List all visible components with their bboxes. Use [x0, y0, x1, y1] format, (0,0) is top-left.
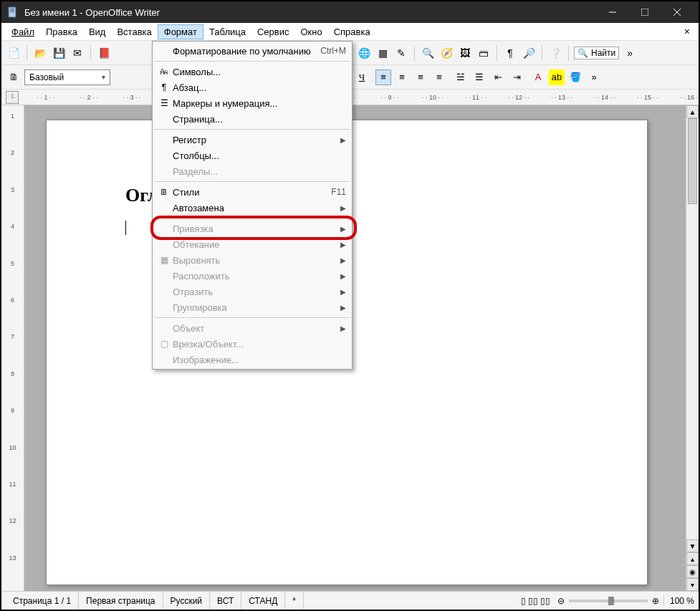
menu-divider	[154, 61, 350, 62]
menu-file[interactable]: Файл	[6, 25, 40, 39]
submenu-arrow-icon: ▶	[340, 204, 346, 212]
mi-bullets[interactable]: ☰ Маркеры и нумерация...	[153, 95, 352, 111]
mi-object: Объект ▶	[153, 320, 352, 336]
mi-page[interactable]: Страница...	[153, 111, 352, 127]
draw-button[interactable]: ✎	[393, 45, 409, 61]
datasources-button[interactable]: 🗃	[476, 45, 492, 61]
mi-frame: ▢ Врезка/Объект...	[153, 336, 352, 352]
decrease-indent-button[interactable]: ⇤	[490, 69, 506, 85]
book-view-icon[interactable]: ▯▯	[540, 596, 550, 606]
zoom-in-button[interactable]: ⊕	[652, 596, 659, 606]
gallery-button[interactable]: 🖼	[457, 45, 473, 61]
mi-columns[interactable]: Столбцы...	[153, 148, 352, 163]
mi-align: ▦ Выровнять ▶	[153, 252, 352, 268]
font-color-button[interactable]: A	[530, 69, 546, 85]
help-button[interactable]: ❔	[547, 45, 563, 61]
styles-window-button[interactable]: 🗎	[6, 69, 21, 85]
text-cursor	[125, 221, 126, 235]
align-justify-button[interactable]: ≡	[431, 69, 447, 85]
save-button[interactable]: 💾	[51, 45, 67, 61]
status-selection-mode[interactable]: СТАНД	[241, 592, 285, 610]
mi-symbols[interactable]: 🗛 Символы...	[153, 64, 352, 80]
svg-rect-3	[10, 11, 14, 12]
nonprinting-button[interactable]: ¶	[502, 45, 518, 61]
bgcolor-button[interactable]: 🪣	[567, 69, 583, 85]
mi-sections: Разделы...	[153, 163, 352, 179]
close-button[interactable]	[661, 1, 693, 23]
new-doc-button[interactable]: 📄	[6, 45, 21, 61]
menu-view[interactable]: Вид	[83, 25, 112, 39]
paragraph-style-combo[interactable]: Базовый▾	[24, 69, 110, 85]
zoom-out-button[interactable]: ⊖	[557, 596, 565, 606]
bullet-list-button[interactable]: ☰	[471, 69, 487, 85]
status-pagestyle[interactable]: Первая страница	[79, 592, 163, 610]
status-zoom: ⊖ ⊕ 100 %	[557, 596, 694, 606]
find-replace-button[interactable]: 🔍	[420, 45, 436, 61]
mi-styles[interactable]: 🗎 Стили F11	[153, 184, 352, 200]
menu-divider	[154, 317, 350, 318]
zoom-button[interactable]: 🔎	[521, 45, 537, 61]
menu-help[interactable]: Справка	[328, 25, 376, 39]
align-icon: ▦	[155, 255, 173, 265]
hyperlink-button[interactable]: 🌐	[356, 45, 372, 61]
maximize-button[interactable]	[628, 1, 661, 23]
vertical-scrollbar[interactable]: ▲ ▼ ▴ ◉ ▾	[686, 105, 699, 591]
submenu-arrow-icon: ▶	[340, 241, 346, 249]
navigator-button[interactable]: 🧭	[438, 45, 454, 61]
search-icon: 🔍	[577, 48, 588, 58]
menu-format[interactable]: Формат	[158, 24, 203, 39]
scroll-track[interactable]	[686, 118, 699, 539]
menu-table[interactable]: Таблица	[203, 25, 251, 39]
align-center-button[interactable]: ≡	[394, 69, 410, 85]
status-language[interactable]: Русский	[163, 592, 211, 610]
status-modified[interactable]: *	[285, 592, 304, 610]
mi-anchor: Привязка ▶	[153, 221, 352, 236]
open-button[interactable]: 📂	[32, 45, 48, 61]
menu-insert[interactable]: Вставка	[111, 25, 157, 39]
zoom-knob[interactable]	[608, 597, 614, 605]
status-view-buttons: ▯ ▯▯ ▯▯	[514, 592, 557, 610]
toolbar-overflow[interactable]: »	[586, 69, 602, 85]
status-insert-mode[interactable]: ВСТ	[210, 592, 241, 610]
mi-case[interactable]: Регистр ▶	[153, 132, 352, 148]
single-page-icon[interactable]: ▯	[521, 596, 526, 606]
mi-autocorrect[interactable]: Автозамена ▶	[153, 200, 352, 216]
numbered-list-button[interactable]: ☱	[453, 69, 469, 85]
scroll-thumb[interactable]	[688, 118, 697, 204]
prev-page-button[interactable]: ▴	[686, 552, 699, 565]
menu-edit[interactable]: Правка	[40, 25, 83, 39]
tab-type-button[interactable]: └	[6, 91, 19, 104]
scroll-down-button[interactable]: ▼	[686, 539, 699, 552]
menu-tools[interactable]: Сервис	[251, 25, 295, 39]
submenu-arrow-icon: ▶	[340, 256, 346, 264]
pdf-button[interactable]: 📕	[96, 45, 112, 61]
document-area[interactable]: Огл	[24, 105, 686, 591]
mi-paragraph[interactable]: ¶ Абзац...	[153, 80, 352, 95]
submenu-arrow-icon: ▶	[340, 324, 346, 332]
table-button[interactable]: ▦	[375, 45, 390, 61]
highlight-button[interactable]: ab	[549, 69, 565, 85]
nav-object-button[interactable]: ◉	[686, 565, 699, 578]
zoom-slider[interactable]	[569, 600, 648, 602]
svg-rect-5	[641, 9, 648, 16]
email-button[interactable]: ✉	[69, 45, 85, 61]
statusbar: Страница 1 / 1 Первая страница Русский В…	[1, 591, 699, 610]
scroll-up-button[interactable]: ▲	[686, 105, 699, 118]
menu-window[interactable]: Окно	[294, 25, 327, 39]
zoom-value[interactable]: 100 %	[663, 596, 694, 606]
mi-image: Изображение...	[153, 352, 352, 367]
mi-default-formatting[interactable]: Форматирование по умолчанию Ctrl+M	[153, 43, 352, 59]
next-page-button[interactable]: ▾	[686, 578, 699, 591]
align-right-button[interactable]: ≡	[413, 69, 428, 85]
multi-page-icon[interactable]: ▯▯	[528, 596, 538, 606]
doc-close-button[interactable]: ×	[680, 26, 694, 37]
status-page[interactable]: Страница 1 / 1	[6, 592, 79, 610]
character-icon: 🗛	[155, 67, 173, 77]
vertical-ruler[interactable]: 1234 5678 910111213	[1, 105, 24, 591]
minimize-button[interactable]	[596, 1, 628, 23]
find-toolbar[interactable]: 🔍 Найти	[574, 47, 619, 59]
increase-indent-button[interactable]: ⇥	[509, 69, 524, 85]
align-left-button[interactable]: ≡	[375, 69, 391, 85]
underline-button[interactable]: Ч	[354, 69, 370, 85]
toolbar-overflow[interactable]: »	[622, 45, 638, 61]
